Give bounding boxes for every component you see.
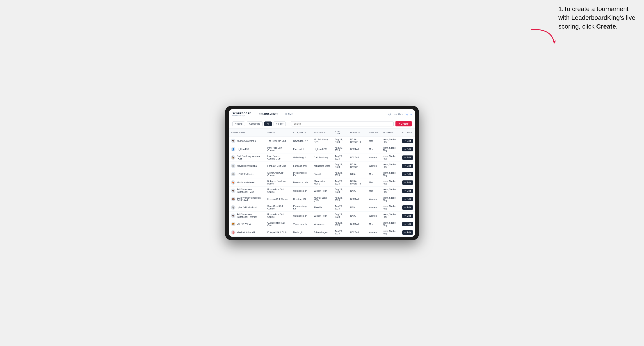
table-row: 🦅 Carl Sandburg Women FA23 Lake Bracken … [229, 154, 415, 162]
edit-button[interactable]: ✏ Edit [402, 139, 413, 143]
cell-city: Hesston, KS [291, 195, 312, 203]
cell-scoring: team, Stroke Play [380, 154, 400, 162]
event-name-text: Fall Statesmen Invitational - Women [237, 213, 263, 218]
edit-button[interactable]: ✏ Edit [402, 197, 413, 201]
edit-icon: ✏ [404, 181, 406, 184]
cell-city: Galesburg, IL [291, 154, 312, 162]
table-row: 🐺 Maverick Invitational Faribault Golf C… [229, 162, 415, 170]
team-icon: 🎯 [231, 230, 236, 235]
edit-button[interactable]: ✏ Edit [402, 214, 413, 218]
cell-gender: Men [367, 187, 381, 195]
nav-tab-teams[interactable]: TEAMS [282, 109, 296, 119]
cell-venue: Lake Bracken Country Club [265, 154, 291, 162]
cell-division: NCAA Division II [348, 162, 367, 170]
cell-hosted-by: Mt. Saint Mary (NY) [312, 137, 332, 145]
cell-venue: Edmundson Golf Course [265, 187, 291, 195]
table-row: 🦊 Morris Invitational Ruttger's Bay Lake… [229, 178, 415, 187]
table-row: 🎯 Klash at Kokopelli Kokopelli Golf Club… [229, 228, 415, 237]
edit-icon: ✏ [404, 173, 406, 175]
cell-event-name: 🦅 Fall Statesmen Invitational - Men [229, 187, 265, 195]
edit-button[interactable]: ✏ Edit [402, 172, 413, 176]
cell-event-name: 🦅 Carl Sandburg Women FA23 [229, 154, 265, 162]
cell-actions: ✏ Edit [400, 187, 415, 195]
cell-scoring: team, Stroke Play [380, 228, 400, 237]
cell-scoring: team, Stroke Play [380, 203, 400, 212]
cell-scoring: team, Stroke Play [380, 162, 400, 170]
cell-gender: Women [367, 228, 381, 237]
edit-icon: ✏ [404, 231, 406, 234]
sign-in-link[interactable]: Sign In [405, 113, 412, 115]
col-gender: GENDER [367, 129, 381, 137]
edit-button[interactable]: ✏ Edit [402, 222, 413, 226]
cell-division: NCAA Division III [348, 178, 367, 187]
event-name-text: UPIKE Fall Invite [237, 173, 254, 175]
edit-button[interactable]: ✏ Edit [402, 205, 413, 210]
logo-text: SCOREBOARD [232, 112, 251, 115]
cell-event-name: 🐺 UPIKE Fall Invite [229, 170, 265, 178]
cell-hosted-by: Pikeville [312, 203, 332, 212]
search-input[interactable] [291, 121, 394, 126]
edit-button[interactable]: ✏ Edit [402, 156, 413, 160]
search-wrap [291, 121, 394, 126]
cell-gender: Men [367, 170, 381, 178]
arrow-annotation [529, 27, 556, 45]
table-header: EVENT NAME VENUE CITY, STATE HOSTED BY S… [229, 129, 415, 137]
event-name-text: VU PREVIEW [237, 223, 251, 225]
cell-hosted-by: Murray State (OK) [312, 195, 332, 203]
cell-scoring: team, Stroke Play [380, 137, 400, 145]
cell-division: NJCAA I [348, 228, 367, 237]
edit-button[interactable]: ✏ Edit [402, 230, 413, 235]
cell-actions: ✏ Edit [400, 170, 415, 178]
cell-start-date: Aug 24, 2023 [332, 137, 348, 145]
cell-gender: Women [367, 154, 381, 162]
cell-start-date: Aug 28, 2023 [332, 162, 348, 170]
edit-icon: ✏ [404, 148, 406, 151]
all-filter-btn[interactable]: All [264, 122, 272, 126]
cell-start-date: Aug 28, 2023 [332, 228, 348, 237]
nav-right: ⚙ Test User Sign In [388, 112, 412, 116]
cell-venue: Kokopelli Golf Club [265, 228, 291, 237]
cell-event-name: 👤 Highland 36 [229, 145, 265, 154]
cell-division: NJCAA I [348, 145, 367, 154]
cell-gender: Men [367, 220, 381, 228]
edit-button[interactable]: ✏ Edit [402, 189, 413, 193]
cell-start-date: Aug 28, 2023 [332, 170, 348, 178]
user-name: Test User [394, 113, 403, 115]
event-name-text: Maverick Invitational [237, 165, 257, 167]
edit-button[interactable]: ✏ Edit [402, 147, 413, 151]
tournaments-table: EVENT NAME VENUE CITY, STATE HOSTED BY S… [229, 129, 415, 237]
cell-city: Newburgh, NY [291, 137, 312, 145]
tablet-screen: SCOREBOARD Powered by clippit TOURNAMENT… [229, 109, 415, 237]
table-row: 🦅 Fall Statesmen Invitational - Women Ed… [229, 212, 415, 220]
event-name-text: MSMC Qualifying 1 [237, 140, 256, 142]
hosting-filter-btn[interactable]: Hosting [232, 122, 245, 126]
cell-city: Prestonsburg, KY [291, 203, 312, 212]
edit-button[interactable]: ✏ Edit [402, 164, 413, 168]
filter-icon-btn[interactable]: ≡ Filter [274, 122, 286, 126]
annotation-text: 1.To create a tournament with Leaderboar… [558, 4, 640, 31]
cell-scoring: team, Stroke Play [380, 178, 400, 187]
cell-venue: Park Hills Golf Course [265, 145, 291, 154]
col-scoring: SCORING [380, 129, 400, 137]
cell-start-date: Aug 25, 2023 [332, 145, 348, 154]
cell-start-date: Aug 28, 2023 [332, 187, 348, 195]
cell-start-date: Aug 26, 2023 [332, 154, 348, 162]
team-icon: 🐺 [231, 172, 236, 176]
create-button[interactable]: + Create [396, 121, 412, 126]
edit-icon: ✏ [404, 215, 406, 217]
toolbar: Hosting Competing All ≡ Filter + Create [229, 119, 415, 129]
cell-division: NJCAA II [348, 220, 367, 228]
cell-actions: ✏ Edit [400, 178, 415, 187]
cell-city: Oskaloosa, IA [291, 212, 312, 220]
edit-icon: ✏ [404, 198, 406, 200]
logo-sub: Powered by clippit [232, 115, 251, 116]
edit-button[interactable]: ✏ Edit [402, 180, 413, 185]
cell-scoring: team, Stroke Play [380, 220, 400, 228]
cell-city: Freeport, IL [291, 145, 312, 154]
nav-tab-tournaments[interactable]: TOURNAMENTS [256, 109, 281, 119]
gear-icon[interactable]: ⚙ [388, 112, 392, 116]
edit-icon: ✏ [404, 140, 406, 142]
competing-filter-btn[interactable]: Competing [247, 122, 262, 126]
col-hosted-by: HOSTED BY [312, 129, 332, 137]
cell-division: NJCAA I [348, 154, 367, 162]
